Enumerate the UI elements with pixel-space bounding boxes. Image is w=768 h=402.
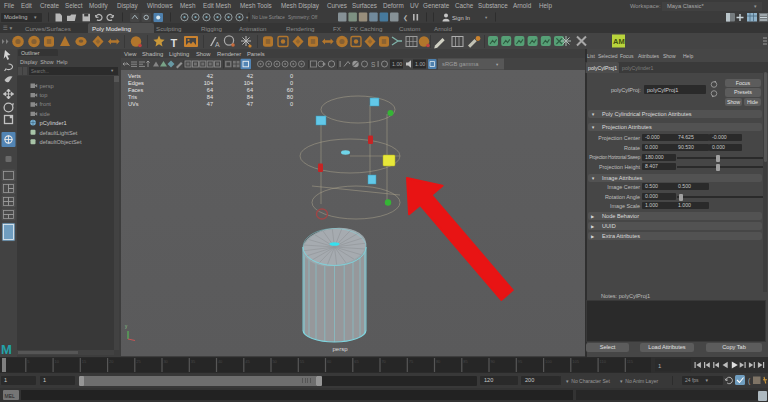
- svg-text:42: 42: [247, 73, 253, 79]
- svg-text:42: 42: [207, 73, 213, 79]
- svg-text:80: 80: [287, 94, 293, 100]
- svg-text:pCylinder1: pCylinder1: [40, 120, 67, 126]
- svg-text:50: 50: [272, 359, 277, 364]
- svg-text:64: 64: [247, 87, 253, 93]
- svg-text:Tris: Tris: [128, 94, 137, 100]
- svg-text:30: 30: [163, 359, 168, 364]
- svg-text:0: 0: [290, 80, 293, 86]
- svg-text:No Live Surface: No Live Surface: [252, 15, 285, 20]
- svg-text:45: 45: [245, 359, 250, 364]
- svg-text:defaultLightSet: defaultLightSet: [40, 130, 78, 136]
- svg-text:80: 80: [436, 359, 441, 364]
- svg-text:15: 15: [82, 359, 87, 364]
- svg-text:Edges: Edges: [128, 80, 144, 86]
- svg-text:persp: persp: [40, 83, 54, 89]
- svg-text:35: 35: [191, 359, 196, 364]
- svg-text:T: T: [171, 37, 178, 49]
- svg-text:A: A: [215, 41, 220, 48]
- svg-text:47: 47: [207, 101, 213, 107]
- svg-text:Verts: Verts: [128, 73, 141, 79]
- svg-text:60: 60: [287, 87, 293, 93]
- svg-text:25: 25: [136, 359, 141, 364]
- svg-text:115: 115: [627, 359, 634, 364]
- svg-text:front: front: [40, 101, 52, 107]
- svg-text:y: y: [125, 324, 128, 329]
- svg-text:M: M: [1, 342, 12, 357]
- svg-text:90: 90: [490, 359, 495, 364]
- svg-text:0: 0: [290, 73, 293, 79]
- svg-text:top: top: [40, 92, 48, 98]
- svg-text:0: 0: [290, 101, 293, 107]
- svg-text:S: S: [371, 61, 376, 68]
- svg-text:85: 85: [463, 359, 468, 364]
- svg-text:Sign In: Sign In: [452, 15, 470, 21]
- svg-text:75: 75: [409, 359, 414, 364]
- svg-text:10: 10: [55, 359, 60, 364]
- svg-text:104: 104: [244, 80, 253, 86]
- svg-text:defaultObjectSet: defaultObjectSet: [40, 139, 82, 145]
- svg-text:40: 40: [218, 359, 223, 364]
- svg-text:UVs: UVs: [128, 101, 139, 107]
- svg-text:100: 100: [545, 359, 552, 364]
- svg-text:104: 104: [204, 80, 213, 86]
- svg-text:84: 84: [207, 94, 213, 100]
- svg-text:1.00: 1.00: [415, 61, 425, 67]
- svg-text:60: 60: [327, 359, 332, 364]
- svg-text:65: 65: [354, 359, 359, 364]
- svg-text:1.00: 1.00: [392, 61, 402, 67]
- svg-text:side: side: [40, 111, 50, 117]
- svg-text:47: 47: [247, 101, 253, 107]
- svg-text:sRGB gamma: sRGB gamma: [442, 61, 479, 67]
- svg-text:(: (: [748, 377, 751, 385]
- svg-text:AM: AM: [613, 37, 625, 46]
- svg-text:persp: persp: [332, 346, 348, 352]
- svg-text:▾: ▾: [485, 15, 488, 20]
- svg-text:❮: ❮: [403, 15, 408, 22]
- svg-text:70: 70: [381, 359, 386, 364]
- svg-text:84: 84: [247, 94, 253, 100]
- svg-text:110: 110: [600, 359, 607, 364]
- svg-text:105: 105: [572, 359, 579, 364]
- svg-text:64: 64: [207, 87, 213, 93]
- svg-text:55: 55: [300, 359, 305, 364]
- svg-text:20: 20: [109, 359, 114, 364]
- svg-text:95: 95: [518, 359, 523, 364]
- svg-text:Faces: Faces: [128, 87, 143, 93]
